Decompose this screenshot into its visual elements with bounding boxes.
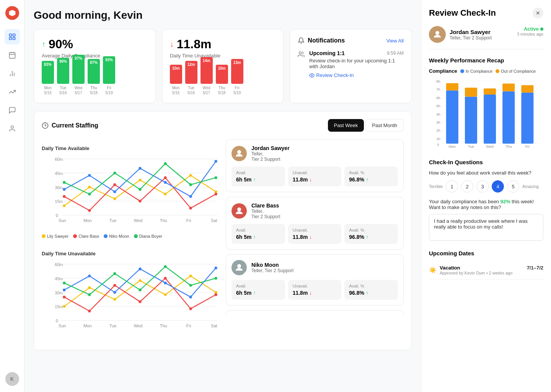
bar-fri: 93% bbox=[103, 56, 115, 84]
svg-rect-135 bbox=[502, 91, 515, 144]
view-all-link[interactable]: View All bbox=[386, 38, 404, 44]
svg-rect-131 bbox=[465, 96, 477, 144]
jordan-unavail: Unavail. 11.8m ↓ bbox=[288, 167, 342, 186]
ubar-wed: 14m bbox=[201, 57, 213, 84]
user-avatar[interactable]: K bbox=[5, 372, 19, 386]
niko-metrics: Avail. 6h 5m ↑ Unavail. 11.8m ↓ bbox=[231, 280, 398, 300]
svg-point-78 bbox=[63, 296, 65, 298]
out-compliance-legend: Out of Compliance bbox=[496, 69, 536, 74]
period-button-group: Past Week Past Month bbox=[328, 119, 404, 132]
panel-user-left: Jordan Sawyer Teller, Tier 2 Support bbox=[429, 26, 492, 43]
svg-point-107 bbox=[237, 207, 241, 211]
sidebar-item-chat[interactable] bbox=[5, 103, 20, 118]
svg-text:4h: 4h bbox=[436, 112, 440, 116]
close-panel-button[interactable]: ✕ bbox=[533, 8, 543, 18]
svg-rect-3 bbox=[9, 38, 11, 40]
compliance-card: ↑ 90% Average Daily Compliance 83% Mon5/… bbox=[34, 29, 156, 103]
date-left: ☀️ Vacation Approved by Kevin Dyer • 2 w… bbox=[429, 265, 512, 275]
legend-clare-label: Clare Bass bbox=[78, 234, 99, 238]
rating-5-button[interactable]: 5 bbox=[507, 180, 519, 193]
notification-row: Upcoming 1:1 9:59 AM bbox=[309, 50, 404, 56]
svg-point-27 bbox=[88, 186, 91, 188]
svg-point-44 bbox=[164, 181, 166, 184]
niko-dot bbox=[104, 234, 108, 238]
svg-point-52 bbox=[189, 183, 192, 186]
rating-2-button[interactable]: 2 bbox=[461, 180, 473, 193]
panel-header: Review Check-In ✕ bbox=[429, 8, 543, 18]
past-week-button[interactable]: Past Week bbox=[328, 119, 364, 132]
review-checkin-panel: Review Check-In ✕ Jordan Sawyer Teller, … bbox=[421, 0, 551, 392]
svg-point-40 bbox=[63, 188, 65, 191]
svg-text:1h: 1h bbox=[436, 137, 440, 141]
svg-point-108 bbox=[237, 264, 241, 268]
app-logo[interactable] bbox=[5, 6, 19, 20]
clare-avail-pct: Avail. % 96.8% ↑ bbox=[344, 224, 398, 244]
clare-avatar bbox=[231, 203, 247, 219]
svg-point-110 bbox=[435, 31, 439, 35]
clare-avail: Avail. 6h 5m ↑ bbox=[231, 224, 285, 244]
panel-user-avatar bbox=[429, 26, 446, 43]
svg-point-79 bbox=[88, 310, 91, 312]
svg-text:Fri: Fri bbox=[186, 323, 191, 328]
sidebar-item-users[interactable] bbox=[5, 121, 20, 136]
sidebar-item-calendar[interactable] bbox=[5, 47, 20, 63]
svg-text:15m: 15m bbox=[55, 304, 63, 309]
svg-text:Mon: Mon bbox=[449, 144, 456, 149]
svg-text:2h: 2h bbox=[436, 128, 440, 132]
in-compliance-legend: In Compliance bbox=[460, 69, 492, 74]
legend-diana-label: Diana Boyer bbox=[139, 234, 163, 238]
staff-card-diana: Diana Boyer Teller, Tier 2 Support Avail… bbox=[226, 310, 404, 315]
sidebar-item-trending[interactable] bbox=[5, 84, 20, 100]
lily-dot bbox=[42, 234, 46, 238]
staffing-grid: Daily Time Available 60m 45m 30m 15m 0 bbox=[42, 139, 404, 342]
svg-point-97 bbox=[189, 284, 192, 286]
past-month-button[interactable]: Past Month bbox=[365, 119, 404, 132]
svg-point-84 bbox=[215, 293, 217, 296]
svg-rect-2 bbox=[13, 34, 15, 36]
svg-point-74 bbox=[139, 279, 141, 282]
svg-point-30 bbox=[164, 193, 166, 195]
sidebar-item-dashboard[interactable] bbox=[5, 29, 20, 44]
chart-legend: Lily Sawyer Clare Bass Niko Moon Di bbox=[42, 234, 220, 238]
svg-text:Wed: Wed bbox=[486, 144, 494, 149]
svg-rect-129 bbox=[446, 90, 458, 144]
upcoming-dates-title: Upcoming Dates bbox=[429, 250, 543, 256]
unavailable-value: ↓ 11.8m bbox=[170, 37, 276, 51]
legend-lily: Lily Sawyer bbox=[42, 234, 68, 238]
niko-avail: Avail. 6h 5m ↑ bbox=[231, 280, 285, 300]
svg-rect-132 bbox=[465, 88, 477, 96]
rating-3-button[interactable]: 3 bbox=[476, 180, 489, 193]
bell-icon bbox=[298, 37, 305, 44]
svg-point-38 bbox=[189, 207, 192, 209]
sidebar-item-analytics[interactable] bbox=[5, 66, 20, 81]
bar-group-fri: 93% Fri5/19 bbox=[103, 56, 115, 95]
ubar-thu: 10m bbox=[216, 65, 228, 84]
bar-mon: 83% bbox=[42, 61, 54, 84]
review-checkin-link[interactable]: Review Check-In bbox=[309, 72, 404, 78]
legend-niko: Niko Moon bbox=[104, 234, 129, 238]
staff-header-niko: Niko Moon Teller, Tier 2 Support bbox=[231, 260, 398, 275]
notes-textarea[interactable]: I had a really productive week where I w… bbox=[429, 214, 543, 241]
unavail-bar-thu: 10m Thu5/18 bbox=[216, 65, 228, 95]
svg-text:Thu: Thu bbox=[160, 323, 167, 328]
svg-rect-5 bbox=[9, 52, 15, 58]
panel-user-info: Jordan Sawyer Teller, Tier 2 Support Act… bbox=[429, 26, 543, 49]
svg-point-37 bbox=[164, 176, 166, 179]
checkin-question: How do you feel about work overall this … bbox=[429, 170, 543, 176]
svg-point-46 bbox=[215, 160, 217, 163]
sun-icon: ☀️ bbox=[429, 266, 437, 274]
sidebar: K bbox=[0, 0, 24, 392]
svg-text:60m: 60m bbox=[55, 157, 63, 162]
staffing-header: Current Staffing Past Week Past Month bbox=[42, 119, 404, 132]
svg-text:Sat: Sat bbox=[211, 323, 217, 328]
svg-point-81 bbox=[139, 300, 141, 303]
ubar-fri: 13m bbox=[231, 59, 243, 84]
compliance-arrow-icon: ↑ bbox=[42, 40, 46, 49]
unavail-chart-container: Daily Time Unavailable 60m 45m 30m 15m 0 bbox=[42, 245, 220, 342]
svg-point-42 bbox=[113, 190, 116, 193]
rating-4-button[interactable]: 4 bbox=[492, 180, 504, 193]
rating-1-button[interactable]: 1 bbox=[446, 180, 458, 193]
in-compliance-dot bbox=[460, 69, 464, 73]
bar-group-mon: 83% Mon5/15 bbox=[42, 61, 54, 95]
svg-point-33 bbox=[63, 195, 65, 198]
